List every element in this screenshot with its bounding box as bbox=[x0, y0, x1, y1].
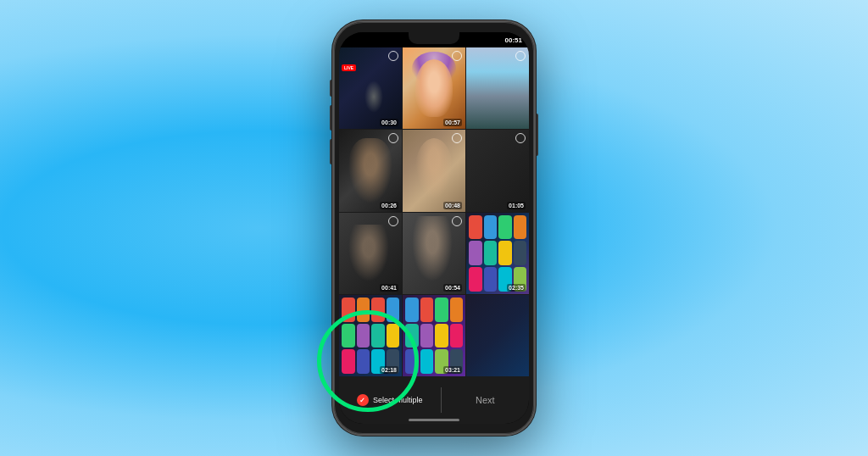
app-icon bbox=[420, 349, 434, 374]
video-cell-3-3[interactable]: 02:35 bbox=[466, 213, 529, 294]
app-icon bbox=[342, 324, 355, 348]
home-indicator bbox=[409, 419, 459, 421]
video-cell-3-1[interactable]: 00:41 bbox=[339, 213, 402, 294]
app-icon bbox=[484, 215, 498, 240]
video-cell-4-2[interactable]: 03:21 bbox=[403, 295, 465, 376]
app-icon bbox=[435, 324, 448, 348]
app-icon bbox=[450, 298, 464, 322]
live-badge: LIVE bbox=[342, 64, 356, 71]
select-multiple-button[interactable]: Select multiple bbox=[339, 394, 441, 406]
app-icon bbox=[420, 324, 434, 348]
selection-circle-2-1[interactable] bbox=[388, 133, 398, 143]
next-label: Next bbox=[476, 395, 495, 405]
app-grid-3-3 bbox=[466, 213, 529, 294]
duration-1-2: 00:57 bbox=[443, 119, 462, 126]
app-icon bbox=[469, 267, 482, 292]
duration-2-3: 01:05 bbox=[507, 202, 526, 209]
app-icon bbox=[514, 241, 527, 265]
app-icon bbox=[484, 241, 498, 265]
duration-1-1: 00:30 bbox=[380, 119, 398, 126]
video-cell-4-1[interactable]: 02:18 bbox=[339, 295, 402, 376]
app-icon bbox=[405, 349, 419, 374]
selection-circle-3-2[interactable] bbox=[452, 216, 462, 226]
video-cell-4-3[interactable] bbox=[466, 295, 529, 376]
app-icon bbox=[387, 324, 400, 348]
app-icon bbox=[357, 349, 370, 374]
video-grid[interactable]: LIVE 00:30 00:57 00:26 bbox=[339, 47, 529, 376]
app-icon bbox=[357, 298, 370, 322]
app-icon bbox=[342, 298, 355, 322]
face-2-2 bbox=[415, 138, 453, 199]
status-time: 00:51 bbox=[505, 36, 522, 44]
select-multiple-icon bbox=[357, 394, 369, 406]
phone-frame: 00:51 LIVE 00:30 00:57 bbox=[332, 20, 536, 436]
face-2-1 bbox=[348, 138, 392, 203]
phone-notch bbox=[409, 32, 459, 44]
selection-circle-1-1[interactable] bbox=[388, 51, 398, 61]
app-icon bbox=[420, 298, 434, 322]
video-cell-1-3[interactable] bbox=[466, 47, 529, 129]
app-icon bbox=[469, 215, 482, 240]
video-cell-1-1[interactable]: LIVE 00:30 bbox=[339, 47, 402, 129]
app-icon bbox=[469, 241, 482, 265]
video-cell-2-3[interactable]: 01:05 bbox=[466, 130, 529, 211]
app-icon bbox=[342, 349, 355, 374]
app-grid-4-2 bbox=[403, 295, 465, 376]
app-icon bbox=[435, 298, 448, 322]
selection-circle-2-2[interactable] bbox=[452, 133, 462, 143]
power-button bbox=[536, 114, 538, 156]
video-cell-2-2[interactable]: 00:48 bbox=[403, 130, 465, 211]
app-grid-4-1 bbox=[339, 295, 402, 376]
app-icon bbox=[484, 267, 498, 292]
selection-circle-1-2[interactable] bbox=[452, 51, 462, 61]
video-cell-1-2[interactable]: 00:57 bbox=[403, 47, 465, 129]
duration-3-1: 00:41 bbox=[380, 284, 398, 292]
app-icon bbox=[405, 324, 419, 348]
anime-face bbox=[415, 59, 453, 116]
selection-circle-1-3[interactable] bbox=[515, 51, 526, 61]
select-multiple-label: Select multiple bbox=[373, 396, 423, 404]
duration-3-2: 00:54 bbox=[443, 284, 462, 292]
duration-2-1: 00:26 bbox=[380, 202, 398, 209]
duration-2-2: 00:48 bbox=[443, 202, 462, 209]
next-button[interactable]: Next bbox=[442, 395, 530, 405]
app-icon bbox=[387, 298, 400, 322]
app-icon bbox=[514, 215, 527, 240]
app-icon bbox=[371, 324, 385, 348]
video-cell-2-1[interactable]: 00:26 bbox=[339, 130, 402, 211]
app-icon bbox=[498, 215, 512, 240]
selection-circle-3-1[interactable] bbox=[388, 216, 398, 226]
app-icon bbox=[405, 298, 419, 322]
phone-screen: 00:51 LIVE 00:30 00:57 bbox=[339, 32, 529, 424]
app-icon bbox=[357, 324, 370, 348]
video-cell-3-2[interactable]: 00:54 bbox=[403, 213, 465, 294]
app-icon bbox=[371, 298, 385, 322]
face-3-2 bbox=[412, 216, 453, 281]
duration-4-2: 03:21 bbox=[443, 366, 462, 374]
phone-mockup: 00:51 LIVE 00:30 00:57 bbox=[332, 20, 536, 436]
face-3-1 bbox=[348, 225, 389, 281]
app-icon bbox=[450, 324, 464, 348]
selection-circle-2-3[interactable] bbox=[515, 133, 526, 143]
duration-4-1: 02:18 bbox=[380, 366, 398, 374]
duration-3-3: 02:35 bbox=[507, 284, 526, 292]
bottom-bar[interactable]: Select multiple Next bbox=[339, 376, 529, 424]
app-icon bbox=[498, 241, 512, 265]
